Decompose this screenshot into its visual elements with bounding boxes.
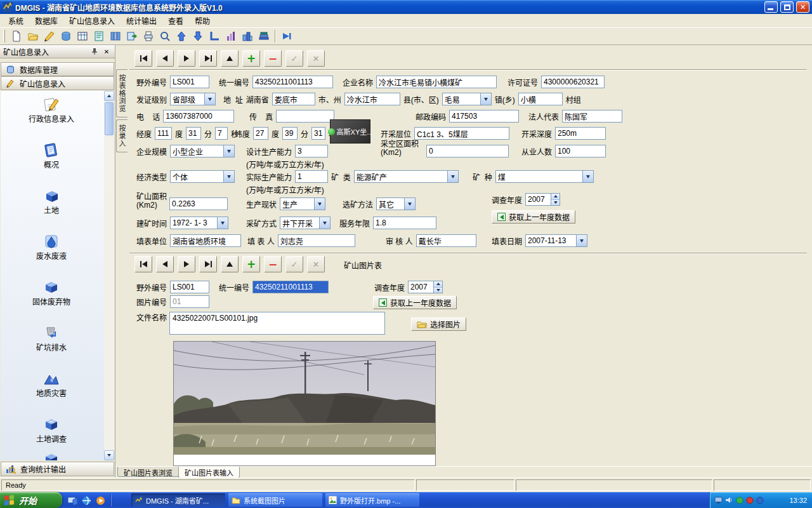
maximize-button[interactable]	[780, 1, 794, 13]
chevron-down-icon[interactable]	[480, 93, 491, 105]
fetch-previous-year-button[interactable]: 获取上一年度数据	[492, 210, 575, 224]
chevron-down-icon[interactable]	[404, 198, 415, 210]
sidebar-item-admin-entry[interactable]: 行政信息录入	[1, 96, 102, 125]
mine-area-input[interactable]	[169, 197, 228, 210]
sidebar-item-land-survey[interactable]: 土地调查	[1, 416, 102, 445]
form-date-combo[interactable]: 2007-11-13	[525, 234, 587, 247]
longitude-deg-input[interactable]	[155, 127, 172, 140]
internet-explorer-icon[interactable]	[81, 495, 93, 506]
spinner-buttons[interactable]	[551, 193, 560, 206]
cancel-record-button[interactable]: ✕	[307, 50, 325, 67]
volume-icon[interactable]	[725, 496, 733, 504]
reviewer-input[interactable]	[416, 234, 476, 247]
ruler-icon[interactable]	[207, 29, 222, 44]
sidebar-item-solid-waste[interactable]: 固体废弃物	[1, 279, 102, 308]
pic-first-record-button[interactable]	[134, 256, 152, 272]
post-record-button[interactable]: ✓	[285, 50, 303, 67]
toolbar-drag-handle[interactable]	[3, 30, 5, 43]
choose-picture-button[interactable]: 选择图片	[411, 318, 466, 331]
mining-method-combo[interactable]: 井下开采	[280, 217, 331, 229]
chevron-down-icon[interactable]	[576, 235, 587, 246]
latitude-min-input[interactable]	[282, 127, 298, 140]
prefecture-input[interactable]	[344, 93, 400, 105]
chevron-down-icon[interactable]	[314, 198, 325, 210]
buildings-icon[interactable]	[240, 29, 255, 44]
down-arrow-icon[interactable]	[190, 29, 206, 44]
network-icon[interactable]	[756, 497, 764, 504]
menu-database[interactable]: 数据库	[29, 13, 63, 28]
spin-down-icon[interactable]	[434, 287, 442, 293]
messenger-icon[interactable]	[746, 497, 754, 504]
pin-button[interactable]	[89, 47, 100, 57]
open-folder-icon[interactable]	[25, 29, 41, 44]
legal-rep-input[interactable]	[562, 110, 622, 123]
pic-field-no-input[interactable]	[170, 281, 209, 293]
group-query-statistics[interactable]: 查询统计输出	[1, 462, 114, 476]
city-input[interactable]	[272, 93, 315, 105]
survey-year-spinner[interactable]	[525, 193, 560, 206]
chevron-down-icon[interactable]	[582, 171, 593, 182]
menu-statistics-output[interactable]: 统计输出	[121, 13, 162, 28]
employees-input[interactable]	[555, 145, 606, 157]
chevron-down-icon[interactable]	[217, 217, 228, 229]
survey-year-input[interactable]	[525, 193, 551, 206]
phone-input[interactable]	[163, 110, 234, 123]
chevron-down-icon[interactable]	[223, 171, 234, 182]
form-filler-input[interactable]	[278, 234, 355, 247]
license-level-combo[interactable]: 省部级	[170, 93, 216, 105]
chart-icon[interactable]	[223, 29, 239, 44]
file-name-box[interactable]: 4325022007LS00101.jpg	[169, 312, 385, 335]
goaf-area-input[interactable]	[426, 145, 509, 157]
panel-close-button[interactable]: ✕	[102, 47, 112, 57]
media-player-icon[interactable]	[95, 495, 107, 506]
start-button[interactable]: 开始	[0, 492, 62, 508]
license-no-input[interactable]	[541, 76, 605, 88]
sidebar-item-overview[interactable]: 概况	[1, 142, 102, 171]
forward-arrow-icon[interactable]	[279, 29, 294, 44]
tab-table-browse[interactable]: 按表格浏览	[116, 69, 128, 117]
chevron-down-icon[interactable]	[319, 217, 330, 229]
design-capacity-input[interactable]	[295, 145, 328, 157]
beneficiation-combo[interactable]: 其它	[376, 197, 416, 210]
menu-mine-info-entry[interactable]: 矿山信息录入	[63, 13, 121, 28]
spin-up-icon[interactable]	[551, 194, 560, 199]
spin-up-icon[interactable]	[434, 281, 442, 287]
fax-input[interactable]	[276, 110, 334, 123]
scroll-up-button[interactable]	[104, 91, 114, 101]
close-button[interactable]: ✕	[796, 1, 809, 13]
task-bmp-image[interactable]: 野外版打开.bmp -...	[325, 493, 419, 507]
printer-icon[interactable]	[141, 29, 156, 44]
refresh-record-button[interactable]	[221, 50, 239, 67]
enterprise-name-input[interactable]	[376, 76, 497, 88]
pic-last-record-button[interactable]	[199, 256, 217, 272]
mining-horizon-input[interactable]	[414, 127, 509, 140]
form-icon[interactable]	[91, 29, 107, 44]
field-no-input[interactable]	[170, 76, 209, 88]
chevron-down-icon[interactable]	[204, 93, 215, 105]
county-combo[interactable]: 毛易	[442, 93, 492, 105]
service-life-input[interactable]	[373, 217, 436, 229]
sidebar-item-mine-drainage[interactable]: 矿坑排水	[1, 324, 102, 354]
pic-survey-year-spinner[interactable]	[408, 281, 443, 293]
pic-next-record-button[interactable]	[178, 256, 195, 272]
pic-cancel-record-button[interactable]: ✕	[307, 256, 325, 272]
task-screenshot-folder[interactable]: 系统截图图片	[228, 493, 322, 507]
mining-depth-input[interactable]	[555, 127, 606, 140]
longitude-sec-input[interactable]	[215, 127, 228, 140]
table-icon[interactable]	[75, 29, 90, 44]
menu-view[interactable]: 查看	[162, 13, 189, 28]
latitude-sec-input[interactable]	[311, 127, 325, 140]
latitude-deg-input[interactable]	[253, 127, 268, 140]
build-date-combo[interactable]: 1972- 1- 3	[170, 217, 228, 229]
database-icon[interactable]	[58, 29, 74, 44]
new-document-icon[interactable]	[9, 29, 24, 44]
group-database-management[interactable]: 数据库管理	[1, 62, 114, 76]
zip-input[interactable]	[449, 110, 519, 123]
pic-no-input[interactable]	[170, 295, 209, 308]
insert-record-button[interactable]: +	[242, 50, 260, 67]
gauss-xy-button[interactable]: 高斯XY坐...	[330, 119, 370, 144]
chevron-down-icon[interactable]	[223, 145, 234, 157]
delete-record-button[interactable]: −	[264, 50, 282, 67]
economic-type-combo[interactable]: 个体	[170, 170, 235, 183]
form-unit-input[interactable]	[170, 234, 241, 247]
